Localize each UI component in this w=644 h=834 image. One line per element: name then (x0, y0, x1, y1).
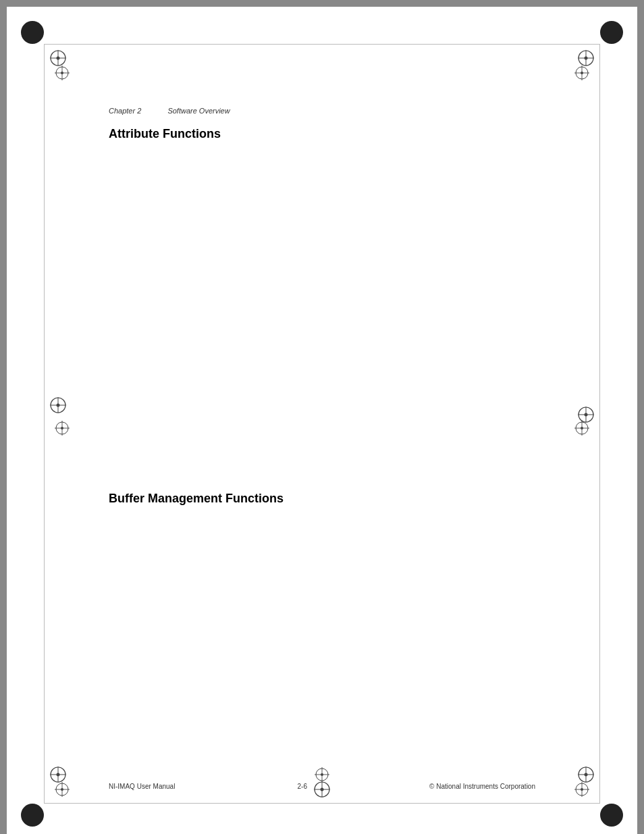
reg-mark-mid-right-inner (572, 419, 591, 438)
svg-point-59 (321, 773, 323, 776)
footer-page-number: 2-6 (298, 783, 307, 790)
svg-point-3 (600, 804, 623, 827)
breadcrumb: Chapter 2 Software Overview (109, 107, 230, 115)
svg-point-31 (585, 413, 588, 417)
page-footer: NI-IMAQ User Manual 2-6 © National Instr… (7, 783, 637, 790)
heading-attribute-functions: Attribute Functions (109, 127, 221, 141)
svg-point-15 (585, 57, 588, 60)
svg-point-35 (581, 427, 583, 429)
reg-mark-bottom-center-inner (313, 765, 331, 784)
breadcrumb-chapter: Chapter 2 (109, 107, 141, 115)
svg-point-39 (57, 773, 60, 777)
corner-mark-bottom-right (598, 802, 625, 829)
reg-mark-mid-left-inner (53, 419, 72, 438)
svg-point-7 (57, 57, 60, 60)
svg-point-19 (581, 72, 583, 74)
breadcrumb-section: Software Overview (167, 107, 230, 115)
svg-point-2 (21, 804, 44, 827)
document-page: Chapter 2 Software Overview Attribute Fu… (7, 7, 637, 834)
reg-mark-mid-left (49, 396, 68, 415)
svg-point-47 (585, 773, 588, 777)
reg-mark-top-right-inner (572, 63, 591, 82)
footer-manual-name: NI-IMAQ User Manual (109, 783, 175, 790)
svg-point-23 (57, 404, 60, 407)
footer-copyright: © National Instruments Corporation (429, 783, 535, 790)
heading-buffer-management-functions: Buffer Management Functions (109, 492, 284, 506)
svg-point-11 (61, 72, 63, 74)
svg-point-1 (600, 21, 623, 44)
corner-mark-bottom-left (19, 802, 46, 829)
page-border (44, 44, 600, 804)
svg-point-0 (21, 21, 44, 44)
corner-mark-top-right (598, 19, 625, 46)
reg-mark-top-left-inner (53, 63, 72, 82)
svg-point-27 (61, 427, 63, 429)
corner-mark-top-left (19, 19, 46, 46)
